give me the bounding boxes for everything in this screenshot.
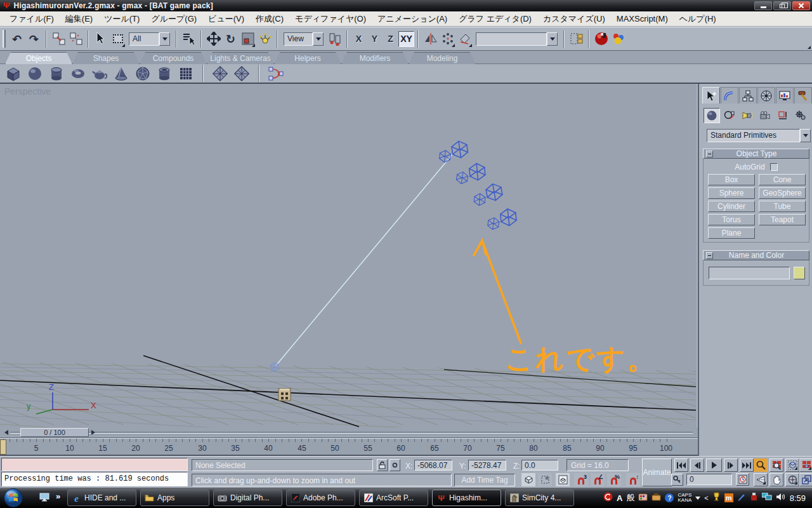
autogrid-checkbox[interactable] [770,163,778,171]
menu-animation[interactable]: アニメーション(A) [372,12,453,26]
restore-button[interactable] [773,1,791,10]
arc-rotate-button[interactable] [785,473,799,486]
tray-usb-icon[interactable] [750,492,758,504]
time-configuration-button[interactable] [736,473,749,486]
tab-helpers[interactable]: Helpers [274,52,341,64]
subtab-geometry[interactable] [704,108,720,123]
create-box-icon[interactable] [5,65,22,82]
close-button[interactable] [792,1,810,10]
current-frame-marker[interactable] [0,439,6,455]
render-icon[interactable] [593,30,610,48]
tab-display[interactable] [776,87,794,104]
selected-object[interactable] [270,363,280,371]
select-and-move-icon[interactable] [205,30,222,48]
angle-snap-3-button[interactable]: 3 [574,473,588,486]
unlink-icon[interactable] [67,30,84,48]
box-button[interactable]: Box [708,174,755,185]
menu-tools[interactable]: ツール(T) [98,12,145,26]
minimize-button[interactable] [754,1,772,10]
x-coord-field[interactable]: -5068.07 [414,460,452,471]
time-slider-groove[interactable] [10,432,693,434]
toolbar-drag-handle[interactable] [3,30,6,48]
selection-lock-button[interactable] [377,459,388,471]
menu-customize[interactable]: カスタマイズ(U) [537,12,611,26]
snap-toggle-3d-button[interactable] [521,473,535,486]
tab-utilities[interactable] [794,87,812,104]
mirror-icon[interactable] [422,30,439,48]
field-of-view-button[interactable] [754,473,768,486]
tab-hierarchy[interactable] [739,87,757,104]
animate-button[interactable]: Animate [642,458,672,486]
pan-button[interactable] [769,473,783,486]
zoom-all-button[interactable] [769,458,783,472]
go-to-end-button[interactable] [740,458,754,472]
time-slider-thumb[interactable]: 0 / 100 [20,428,89,437]
name-color-rollout-header[interactable]: Name and Color [703,250,809,260]
select-object-icon[interactable] [92,30,109,48]
wireframe-boxes-4[interactable] [487,207,518,231]
tab-create[interactable] [702,87,720,104]
taskbar-button-gmax[interactable]: Ψ Higashim... [432,490,501,506]
ime-input-mode-a[interactable]: A [617,493,622,503]
menu-create[interactable]: 作成(C) [250,12,289,26]
ime-input-mode-han[interactable]: 般 [626,492,634,504]
ime-tools-palette-icon[interactable] [638,492,648,504]
subtab-cameras[interactable] [757,108,773,123]
tray-app-icon-m[interactable]: m [724,493,733,502]
link-icon[interactable] [50,30,67,48]
maxscript-listener-output[interactable]: Processing time was : 81.619 seconds [1,472,188,486]
tray-app-icon-1[interactable] [712,492,721,504]
cone-button[interactable]: Cone [759,174,806,185]
connect-objects-icon[interactable] [268,65,284,82]
create-sphere-icon[interactable] [27,65,43,82]
material-editor-icon[interactable] [610,30,627,48]
y-coord-field[interactable]: -5278.47 [468,460,506,471]
named-selection-dropdown[interactable] [476,32,558,46]
tab-modeling[interactable]: Modeling [409,52,476,64]
dropdown-arrow-icon[interactable] [800,129,811,142]
plane-button[interactable]: Plane [708,227,755,239]
menu-maxscript[interactable]: MAXScript(M) [611,13,674,25]
taskbar-button-arcsoft[interactable]: ArcSoft P... [359,490,428,506]
zoom-extents-all-button[interactable] [799,458,812,472]
restrict-x-button[interactable]: X [351,31,367,47]
use-pivot-center-icon[interactable] [326,30,343,48]
select-and-rotate-icon[interactable]: ↻ [222,30,239,48]
quick-launch-overflow[interactable]: » [56,491,60,501]
show-desktop-icon[interactable] [39,493,49,504]
taskbar-button-hide[interactable]: e HIDE and ... [67,490,136,506]
wireframe-boxes-2[interactable] [456,161,487,185]
next-frame-button[interactable] [724,458,738,472]
restrict-y-button[interactable]: Y [367,31,383,47]
menu-views[interactable]: ビュー(V) [202,12,250,26]
min-max-toggle-button[interactable] [799,473,812,486]
spinner-snap-button[interactable]: ↕ [626,473,640,486]
create-cylinder-icon[interactable] [48,65,65,82]
dropdown-arrow-icon[interactable] [313,32,324,46]
create-torus-icon[interactable] [70,65,86,82]
ime-help-icon[interactable]: ? [665,493,674,502]
menu-modifiers[interactable]: モディファイヤ(O) [289,12,372,26]
cylinder-button[interactable]: Cylinder [708,201,755,212]
array-icon[interactable] [439,30,456,48]
add-time-tag[interactable]: Add Time Tag [454,474,515,486]
start-button[interactable] [3,488,23,508]
play-button[interactable] [706,458,722,472]
wireframe-boxes-1[interactable] [439,140,468,163]
tab-modifiers[interactable]: Modifiers [341,52,409,64]
restrict-z-button[interactable]: Z [383,31,398,47]
teapot-button[interactable]: Teapot [759,214,806,225]
tab-lights-cameras[interactable]: Lights & Cameras [207,52,274,64]
set-key-button[interactable] [671,474,683,486]
menu-group[interactable]: グループ(G) [145,12,202,26]
volume-tray-icon[interactable] [776,492,785,504]
tab-compounds[interactable]: Compounds [140,52,207,64]
titlebar[interactable]: Ψ HigashimuroranVer.2.gmax - gmax - [BAT… [0,0,812,11]
redo-icon[interactable]: ↷ [25,30,43,48]
snap-25d-button[interactable] [538,473,552,486]
menu-graph-editors[interactable]: グラフ エディタ(D) [453,12,537,26]
taskbar-button-digital-photo[interactable]: Digital Ph... [213,490,282,506]
ime-options-arrow-icon[interactable] [695,494,700,502]
selection-filter-dropdown[interactable]: All [129,32,170,46]
reference-coordsys-dropdown[interactable]: View [284,32,324,46]
